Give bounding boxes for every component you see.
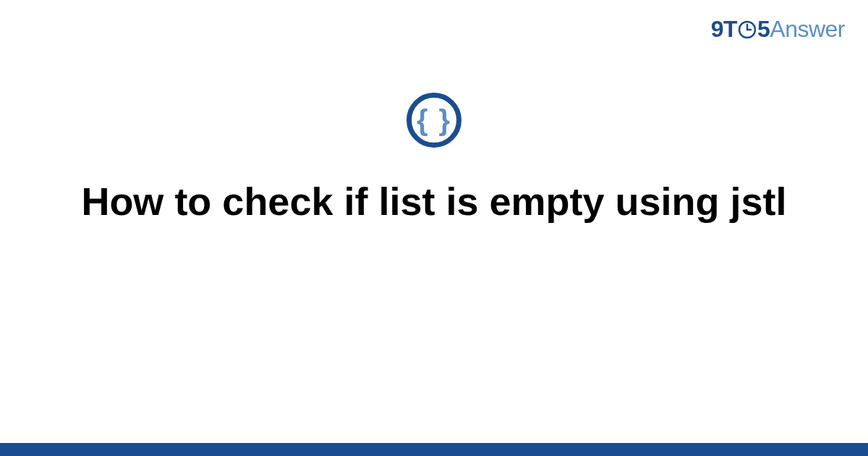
category-icon-circle: { } xyxy=(407,93,461,148)
clock-icon xyxy=(738,20,757,39)
code-braces-icon: { } xyxy=(417,104,451,137)
footer-accent-bar xyxy=(0,443,868,456)
main-content: { } How to check if list is empty using … xyxy=(0,93,868,225)
logo-text-9t: 9T xyxy=(711,16,737,43)
page-title: How to check if list is empty using jstl xyxy=(81,178,786,225)
logo-text-answer: Answer xyxy=(770,16,845,43)
site-logo: 9T 5 Answer xyxy=(711,16,845,43)
logo-text-5: 5 xyxy=(757,16,770,43)
